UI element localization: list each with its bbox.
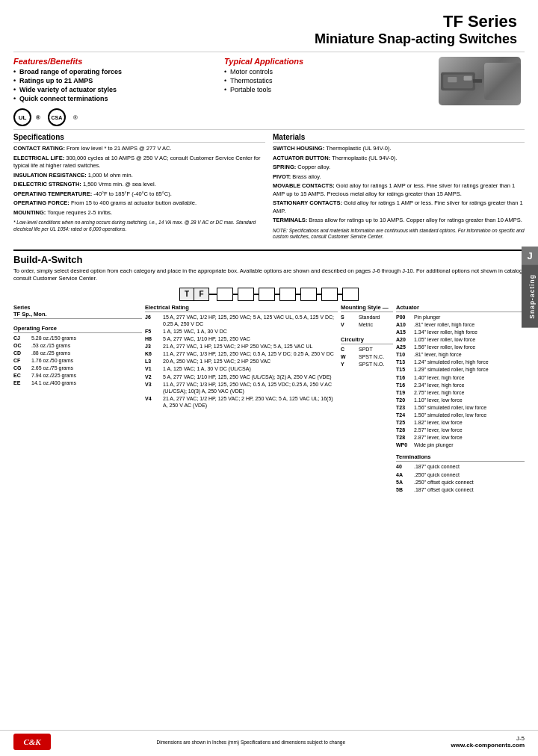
pn-box-5 <box>300 288 317 301</box>
build-title: Build-A-Switch <box>13 254 525 265</box>
spec-dielectric: DIELECTRIC STRENGTH: 1,500 Vrms min. @ s… <box>13 181 265 189</box>
term-5b: 5B.187" offset quick connect <box>396 486 525 493</box>
force-ec: EC7.94 oz./225 grams <box>13 372 142 379</box>
elec-f5: F51 A, 125 VAC, 1 A, 30 V DC <box>145 328 338 335</box>
typical-column: Typical Applications Motor controls Ther… <box>224 57 435 105</box>
features-title: Features/Benefits <box>13 57 217 66</box>
term-40: 40.187" quick connect <box>396 463 525 470</box>
mat-terminals: TERMINALS: Brass allow for ratings up to… <box>273 217 525 225</box>
act-t16a: T161.40" lever, high force <box>396 374 525 381</box>
product-svg <box>439 59 484 104</box>
circuitry-title: Circuitry <box>341 336 393 344</box>
pn-box-2 <box>238 288 254 301</box>
certifications-row: UL ® CSA ® <box>13 108 525 126</box>
pn-connector-1 <box>209 294 217 295</box>
elec-h8: H85 A, 277 VAC, 1/10 HP, 125, 250 VAC <box>145 335 338 342</box>
act-p00: P00Pin plunger <box>396 314 525 320</box>
spec-contact-rating: CONTACT RATING: From low level * to 21 A… <box>13 145 265 153</box>
cert-extra: ® <box>73 114 78 121</box>
feature-item-1: Broad range of operating forces <box>13 68 217 75</box>
force-cd: CD.88 oz./25 grams <box>13 350 142 356</box>
act-a10: A10.81" lever roller, high force <box>396 321 525 328</box>
pn-box-7 <box>342 288 359 301</box>
product-image-column <box>435 57 525 105</box>
feature-item-4: Quick connect terminations <box>13 95 217 102</box>
mat-pivot: PIVOT: Brass alloy. <box>273 173 525 182</box>
col-electrical: Electrical Rating J615 A, 277 VAC, 1/2 H… <box>145 304 338 494</box>
col-series-force: Series TF Sp., Mon. Operating Force CJ5.… <box>13 304 142 494</box>
act-t25: T251.82" lever, low force <box>396 419 525 426</box>
svg-rect-3 <box>464 76 472 81</box>
side-tab: Snap-acting <box>522 265 538 328</box>
footer-website: www.ck-components.com <box>451 742 525 749</box>
features-list: Broad range of operating forces Ratings … <box>13 68 217 102</box>
act-a15: A151.34" lever roller, high force <box>396 329 525 335</box>
term-4a: 4A.250" quick connect <box>396 471 525 478</box>
force-cj: CJ5.28 oz./150 grams <box>13 335 142 341</box>
force-cf: CF1.76 oz./50 grams <box>13 357 142 364</box>
act-t10: T10.81" lever, high force <box>396 351 525 358</box>
materials-column: Materials SWITCH HOUSING: Thermoplastic … <box>273 133 525 241</box>
footer: C&K Dimensions are shown in Inches (mm) … <box>0 730 538 750</box>
elec-j6: J615 A, 277 VAC, 1/2 HP, 125, 250 VAC; 5… <box>145 314 338 327</box>
act-t24: T241.50" simulated roller, low force <box>396 412 525 418</box>
act-t16b: T162.34" lever, high force <box>396 382 525 388</box>
elec-l3: L320 A, 250 VAC; 1 HP, 125 VAC; 2 HP 250… <box>145 358 338 365</box>
feature-item-2: Ratings up to 21 AMPS <box>13 77 217 84</box>
materials-title: Materials <box>273 133 525 143</box>
divider-1 <box>13 129 525 130</box>
circ-y: YSPST N.O. <box>341 361 393 368</box>
build-description: To order, simply select desired option f… <box>13 267 525 283</box>
series-title-label: Series TF Sp., Mon. <box>13 304 142 319</box>
act-a25: A251.56" lever roller, low force <box>396 344 525 350</box>
footer-note: Dimensions are shown in Inches (mm) Spec… <box>51 740 451 745</box>
act-t20: T201.10" lever, low force <box>396 397 525 403</box>
pn-box-3 <box>259 288 275 301</box>
mat-stationary: STATIONARY CONTACTS: Gold alloy for rati… <box>273 199 525 215</box>
typical-item-3: Portable tools <box>224 86 427 93</box>
side-letter: J <box>522 247 538 265</box>
series-title: TF Series <box>13 12 517 31</box>
elec-v2: V25 A, 277 VAC; 1/10 HP, 125, 250 VAC (U… <box>145 374 338 380</box>
product-image <box>439 57 521 105</box>
act-t23: T231.56" simulated roller, low force <box>396 404 525 411</box>
specifications-content: CONTACT RATING: From low level * to 21 A… <box>13 145 265 232</box>
force-oc: OC.53 oz./15 grams <box>13 342 142 349</box>
feature-item-3: Wide variety of actuator styles <box>13 86 217 93</box>
circ-c: CSPDT <box>341 346 393 353</box>
act-t19: T192.75" lever, high force <box>396 389 525 396</box>
footer-page: J-5 <box>451 735 525 742</box>
mat-actuator: ACTUATOR BUTTON: Thermoplastic (UL 94V-0… <box>273 155 525 163</box>
features-column: Features/Benefits Broad range of operati… <box>13 57 224 105</box>
csa-badge: CSA <box>48 108 66 126</box>
materials-note: NOTE: Specifications and materials infor… <box>273 228 525 241</box>
act-t13: T131.24" simulated roller, high force <box>396 359 525 365</box>
materials-content: SWITCH HOUSING: Thermoplastic (UL 94V-0)… <box>273 145 525 240</box>
typical-item-2: Thermostatics <box>224 77 427 84</box>
typical-list: Motor controls Thermostatics Portable to… <box>224 68 427 93</box>
elec-j3: J321 A, 277 VAC, 1 HP, 125 VAC; 2 HP 250… <box>145 343 338 350</box>
act-t15: T151.29" simulated roller, high force <box>396 366 525 373</box>
svg-rect-2 <box>448 77 457 82</box>
top-section: Features/Benefits Broad range of operati… <box>13 52 525 105</box>
mount-v: VMetric <box>341 321 393 328</box>
options-grid: Series TF Sp., Mon. Operating Force CJ5.… <box>13 304 525 494</box>
pn-box-T: T <box>179 288 194 301</box>
mat-housing: SWITCH HOUSING: Thermoplastic (UL 94V-0)… <box>273 145 525 153</box>
ul-badge: UL <box>13 108 31 126</box>
spec-note: * Low-level conditions when no arcing oc… <box>13 220 265 232</box>
force-cg: CG2.65 oz./75 grams <box>13 365 142 371</box>
col-mounting-circuitry: Mounting Style — SStandard VMetric Circu… <box>341 304 393 494</box>
elec-v1: V11 A, 125 VAC; 1 A, 30 V DC (UL/CSA) <box>145 365 338 372</box>
svg-rect-4 <box>473 79 482 83</box>
part-number-diagram: T F <box>13 288 525 301</box>
elec-k6: K611 A, 277 VAC, 1/3 HP, 125, 250 VAC; 0… <box>145 350 338 357</box>
force-ee: EE14.1 oz./400 grams <box>13 379 142 386</box>
operating-force-title: Operating Force <box>13 325 142 333</box>
spec-mounting: MOUNTING: Torque requires 2-5 in/lbs. <box>13 209 265 217</box>
electrical-rating-title: Electrical Rating <box>145 304 338 312</box>
page: TF Series Miniature Snap-acting Switches… <box>0 0 538 756</box>
spec-insulation: INSULATION RESISTANCE: 1,000 M ohm min. <box>13 172 265 180</box>
mounting-title: Mounting Style — <box>341 304 393 312</box>
pn-box-F: F <box>194 288 209 301</box>
